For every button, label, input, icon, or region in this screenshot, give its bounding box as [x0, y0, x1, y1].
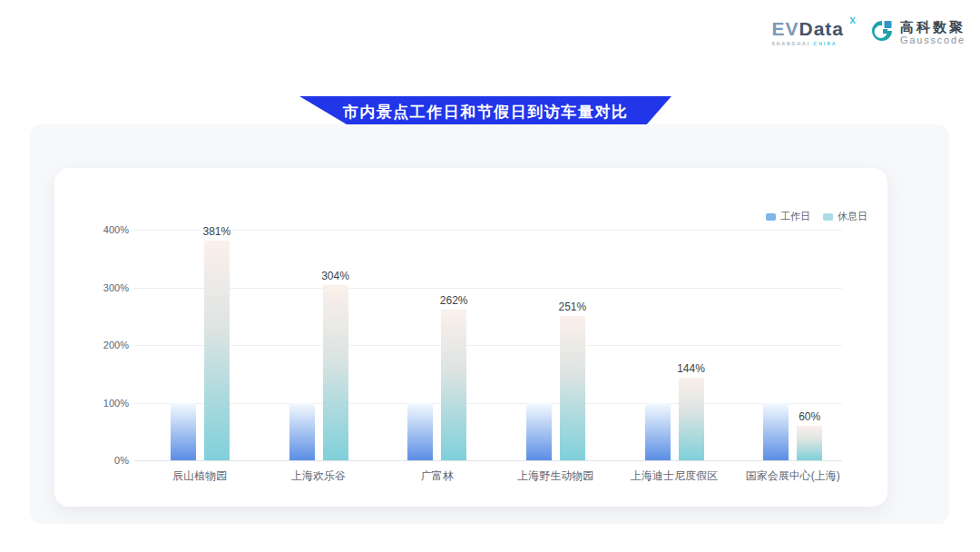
gausscode-wordmark: 高科数聚 Gausscode — [900, 19, 965, 46]
header-logos: EVDatax SHANGHAI CHINA 高科数聚 Gausscode — [771, 18, 965, 47]
page-title: 市内景点工作日和节假日到访车量对比 — [343, 102, 629, 123]
chart-card: 工作日休息日 0%100%200%300%400%381%辰山植物园304%上海… — [54, 168, 887, 507]
x-axis-category-label: 上海迪士尼度假区 — [631, 468, 718, 484]
gridline — [134, 288, 842, 289]
y-axis-tick-label: 200% — [79, 340, 129, 350]
bar-restday[interactable] — [204, 241, 230, 460]
bar-workday[interactable] — [645, 403, 671, 461]
bar-value-label: 144% — [677, 362, 705, 375]
legend-item-工作日[interactable]: 工作日 — [766, 210, 810, 223]
bar-value-label: 60% — [799, 410, 820, 423]
legend-swatch — [766, 213, 776, 221]
x-axis-category-label: 上海欢乐谷 — [291, 468, 346, 484]
bar-value-label: 381% — [202, 225, 230, 238]
evdata-china-text: CHINA — [814, 41, 838, 46]
x-axis-category-label: 国家会展中心(上海) — [746, 468, 840, 484]
gausscode-logo: 高科数聚 Gausscode — [869, 18, 965, 47]
x-axis-category-label: 辰山植物园 — [172, 468, 227, 484]
bar-restday[interactable] — [679, 378, 704, 460]
bar-restday[interactable] — [323, 285, 348, 460]
bar-value-label: 251% — [558, 301, 586, 313]
evdata-data-text: Data — [799, 18, 844, 39]
bar-restday[interactable] — [441, 310, 466, 460]
bar-value-label: 262% — [440, 294, 468, 307]
bar-restday[interactable] — [560, 316, 585, 460]
evdata-logo: EVDatax SHANGHAI CHINA — [771, 19, 855, 46]
gridline — [134, 230, 842, 231]
gridline — [134, 345, 842, 346]
y-axis-tick-label: 0% — [79, 455, 129, 466]
content-panel: 工作日休息日 0%100%200%300%400%381%辰山植物园304%上海… — [30, 124, 949, 524]
chart-legend: 工作日休息日 — [766, 210, 867, 223]
bar-workday[interactable] — [526, 403, 552, 461]
gausscode-g-icon — [869, 18, 895, 47]
x-axis-line — [134, 460, 842, 461]
y-axis-tick-label: 400% — [79, 224, 129, 235]
evdata-ev-text: EV — [771, 18, 799, 39]
x-axis-category-label: 上海野生动物园 — [517, 468, 593, 484]
x-axis-category-label: 广富林 — [421, 468, 454, 484]
legend-item-休息日[interactable]: 休息日 — [823, 210, 867, 223]
gridline — [134, 403, 842, 404]
y-axis-tick-label: 100% — [79, 398, 129, 409]
evdata-wordmark: EVDatax — [771, 19, 855, 38]
evdata-subtitle: SHANGHAI CHINA — [771, 42, 837, 46]
bar-workday[interactable] — [289, 403, 315, 461]
evdata-shanghai-text: SHANGHAI — [771, 41, 810, 46]
y-axis-tick-label: 300% — [79, 282, 129, 293]
legend-swatch — [823, 213, 833, 221]
legend-label: 休息日 — [838, 210, 867, 223]
gausscode-en-text: Gausscode — [900, 34, 965, 46]
bar-workday[interactable] — [763, 403, 789, 461]
gausscode-cn-text: 高科数聚 — [900, 19, 965, 34]
evdata-x-icon: x — [849, 15, 857, 25]
bar-workday[interactable] — [171, 403, 196, 461]
bar-restday[interactable] — [797, 426, 822, 460]
legend-label: 工作日 — [780, 210, 810, 223]
title-banner: 市内景点工作日和节假日到访车量对比 — [299, 96, 671, 127]
bar-value-label: 304% — [321, 270, 349, 282]
bar-workday[interactable] — [407, 403, 433, 461]
